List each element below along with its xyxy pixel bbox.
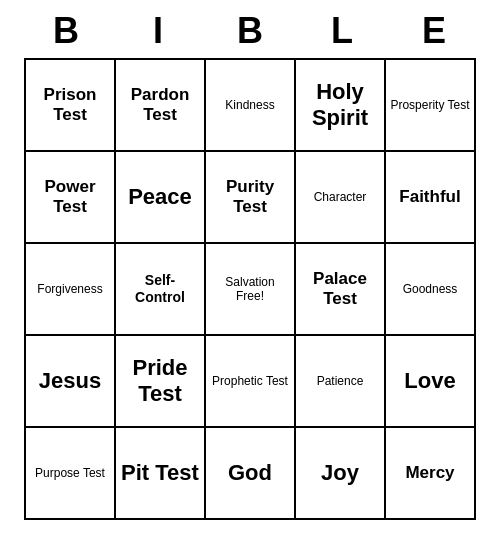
cell-r1-c1: Peace xyxy=(116,152,206,244)
cell-r3-c0: Jesus xyxy=(26,336,116,428)
cell-r2-c2: Salvation Free! xyxy=(206,244,296,336)
cell-r0-c1: Pardon Test xyxy=(116,60,206,152)
cell-r4-c0: Purpose Test xyxy=(26,428,116,520)
cell-r0-c3: Holy Spirit xyxy=(296,60,386,152)
cell-r3-c3: Patience xyxy=(296,336,386,428)
title-letter: E xyxy=(389,10,479,52)
cell-r3-c2: Prophetic Test xyxy=(206,336,296,428)
cell-r0-c4: Prosperity Test xyxy=(386,60,476,152)
cell-r0-c0: Prison Test xyxy=(26,60,116,152)
cell-r3-c1: Pride Test xyxy=(116,336,206,428)
cell-r2-c4: Goodness xyxy=(386,244,476,336)
title-letter: B xyxy=(205,10,295,52)
cell-r1-c2: Purity Test xyxy=(206,152,296,244)
cell-r4-c3: Joy xyxy=(296,428,386,520)
cell-r4-c1: Pit Test xyxy=(116,428,206,520)
bingo-grid: Prison TestPardon TestKindnessHoly Spiri… xyxy=(24,58,476,520)
cell-r2-c3: Palace Test xyxy=(296,244,386,336)
cell-r0-c2: Kindness xyxy=(206,60,296,152)
bingo-title: BIBLE xyxy=(20,0,480,58)
title-letter: I xyxy=(113,10,203,52)
title-letter: B xyxy=(21,10,111,52)
cell-r1-c0: Power Test xyxy=(26,152,116,244)
cell-r1-c4: Faithful xyxy=(386,152,476,244)
cell-r2-c0: Forgiveness xyxy=(26,244,116,336)
title-letter: L xyxy=(297,10,387,52)
cell-r3-c4: Love xyxy=(386,336,476,428)
cell-r4-c4: Mercy xyxy=(386,428,476,520)
cell-r2-c1: Self-Control xyxy=(116,244,206,336)
cell-r1-c3: Character xyxy=(296,152,386,244)
cell-r4-c2: God xyxy=(206,428,296,520)
